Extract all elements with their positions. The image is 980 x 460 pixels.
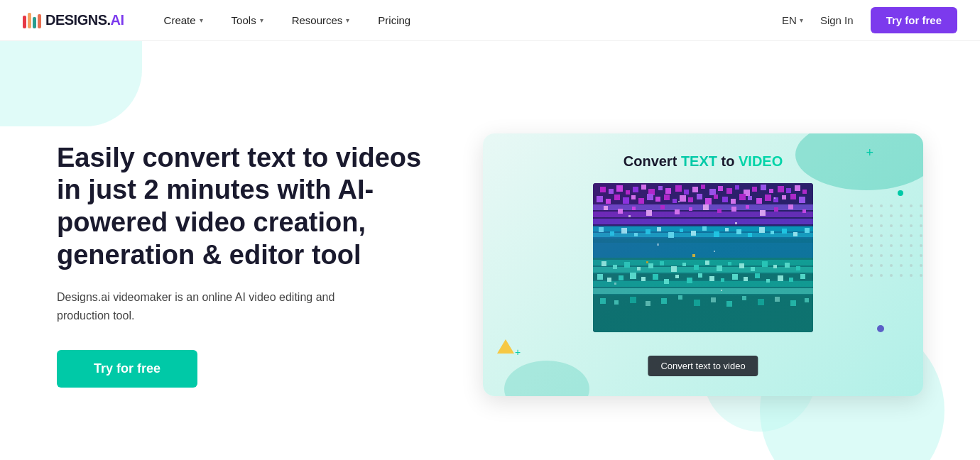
svg-rect-161	[714, 251, 715, 252]
svg-rect-165	[646, 261, 648, 263]
resources-chevron-icon: ▾	[346, 16, 349, 24]
pixel-art-display	[593, 183, 813, 332]
lang-label: EN	[782, 14, 797, 26]
tools-chevron-icon: ▾	[260, 16, 263, 24]
svg-rect-156	[628, 215, 631, 217]
svg-rect-162	[614, 283, 616, 285]
title-text-green: VIDEO	[739, 153, 783, 169]
try-free-nav-button[interactable]: Try for free	[871, 7, 957, 33]
svg-rect-158	[735, 222, 737, 224]
nav-resources[interactable]: Resources ▾	[278, 0, 364, 41]
video-card-title: Convert TEXT to VIDEO	[483, 153, 923, 170]
svg-rect-155	[593, 183, 813, 332]
dots-grid	[850, 204, 923, 281]
nav-tools[interactable]: Tools ▾	[217, 0, 278, 41]
bg-blob-top-left	[0, 41, 142, 126]
title-text-teal: TEXT	[681, 153, 717, 169]
svg-rect-1	[28, 13, 31, 28]
hero-right: + + Convert TEXT to VIDEO	[454, 133, 952, 396]
nav-pricing[interactable]: Pricing	[364, 0, 425, 41]
svg-rect-157	[678, 201, 680, 202]
create-chevron-icon: ▾	[200, 16, 203, 24]
nav-create[interactable]: Create ▾	[150, 0, 217, 41]
triangle-deco	[497, 339, 514, 354]
navbar: DESIGNS.AI Create ▾ Tools ▾ Resources ▾ …	[0, 0, 980, 41]
logo-ai: AI	[111, 12, 124, 28]
svg-rect-163	[721, 290, 722, 291]
lang-chevron-icon: ▾	[800, 16, 803, 24]
logo-text: DESIGNS.	[45, 12, 111, 28]
card-blob-bottom	[504, 361, 589, 396]
svg-rect-3	[38, 14, 41, 28]
nav-right: EN ▾ Sign In Try for free	[782, 7, 957, 33]
dot-deco-2	[877, 325, 884, 332]
convert-label: Convert text to video	[648, 356, 758, 376]
sign-in-button[interactable]: Sign In	[815, 14, 859, 26]
svg-rect-0	[23, 16, 26, 28]
plus-deco-2: +	[515, 347, 521, 357]
hero-subtext: Designs.ai videomaker is an online AI vi…	[57, 288, 362, 324]
svg-rect-160	[657, 243, 659, 246]
hero-left: Easily convert text to videos in just 2 …	[57, 142, 426, 388]
hero-heading: Easily convert text to videos in just 2 …	[57, 142, 426, 271]
svg-rect-159	[774, 197, 775, 199]
nav-links: Create ▾ Tools ▾ Resources ▾ Pricing	[150, 0, 783, 41]
try-free-hero-button[interactable]: Try for free	[57, 350, 197, 388]
hero-section: Easily convert text to videos in just 2 …	[0, 41, 980, 460]
language-selector[interactable]: EN ▾	[782, 14, 803, 26]
logo[interactable]: DESIGNS.AI	[23, 12, 124, 28]
dot-deco-1	[898, 190, 903, 196]
svg-rect-164	[692, 254, 695, 257]
video-card: + + Convert TEXT to VIDEO	[483, 133, 923, 396]
svg-rect-2	[33, 17, 36, 28]
logo-icon	[23, 13, 43, 28]
